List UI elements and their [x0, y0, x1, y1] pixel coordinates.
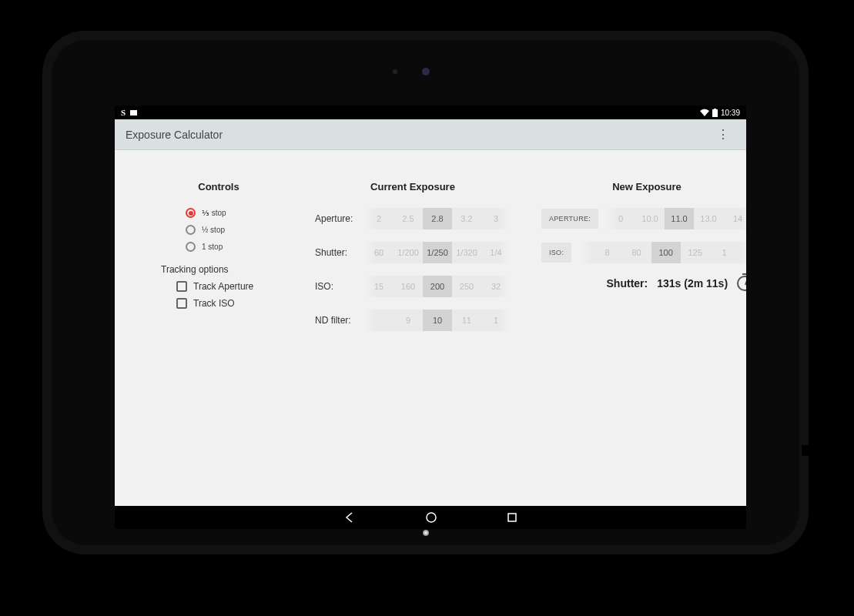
dial-tick: 1/320	[452, 248, 481, 257]
checkbox-track-aperture[interactable]: Track Aperture	[176, 281, 284, 292]
app-bar: Exposure Calculator ⋮	[115, 119, 746, 150]
screen: S 10:39 Exposure Calculator ⋮ Control	[115, 105, 746, 506]
radio-half-stop[interactable]: ½ stop	[186, 225, 284, 235]
dial-tick: 100	[651, 242, 681, 263]
aperture-row: Aperture: 22.52.83.23	[315, 208, 511, 229]
radio-label: 1 stop	[202, 243, 223, 251]
new-iso-row: ISO: 8801001251	[541, 242, 746, 263]
stop-radio-group: ⅓ stop ½ stop 1 stop	[186, 208, 284, 252]
dial-tick: 15	[364, 282, 394, 291]
dial-tick: 9	[394, 316, 423, 325]
svg-rect-3	[508, 514, 516, 521]
dial-tick: 1/200	[394, 248, 423, 257]
radio-icon	[186, 242, 196, 252]
nav-bar	[115, 506, 746, 529]
current-title: Current Exposure	[315, 181, 511, 192]
status-cast-icon	[130, 110, 137, 116]
checkbox-icon	[176, 281, 187, 292]
result-value: 131s (2m 11s)	[657, 277, 728, 290]
radio-full-stop[interactable]: 1 stop	[186, 242, 284, 252]
result-label: Shutter:	[607, 277, 648, 290]
new-iso-dial[interactable]: 8801001251	[579, 242, 746, 263]
app-title: Exposure Calculator	[126, 129, 223, 141]
iso-chip[interactable]: ISO:	[541, 243, 571, 263]
radio-label: ⅓ stop	[202, 209, 226, 217]
dial-tick: 2	[364, 214, 394, 223]
dial-tick: 1/250	[423, 242, 452, 263]
dial-tick: 2.5	[394, 214, 423, 223]
iso-label: ISO:	[315, 281, 364, 292]
checkbox-label: Track ISO	[193, 298, 235, 309]
radio-third-stop[interactable]: ⅓ stop	[186, 208, 284, 218]
dial-tick: 13.0	[694, 214, 723, 223]
radio-label: ½ stop	[202, 226, 225, 234]
tablet-frame: S 10:39 Exposure Calculator ⋮ Control	[42, 31, 809, 554]
svg-rect-1	[714, 109, 716, 110]
dial-tick: 200	[423, 276, 452, 297]
dial-tick: 2.8	[423, 208, 452, 229]
dial-tick: 1	[481, 316, 511, 325]
dial-tick: 10	[423, 310, 452, 331]
front-camera	[422, 68, 430, 75]
new-title: New Exposure	[541, 181, 746, 192]
new-aperture-row: APERTURE: 010.011.013.014	[541, 208, 746, 229]
nd-row: ND filter: 910111	[315, 310, 511, 331]
status-bar: S 10:39	[115, 105, 746, 119]
checkbox-icon	[176, 298, 187, 309]
new-exposure-panel: New Exposure APERTURE: 010.011.013.014 I…	[526, 181, 746, 506]
iso-dial[interactable]: 1516020025032	[364, 276, 511, 297]
current-exposure-panel: Current Exposure Aperture: 22.52.83.23 S…	[300, 181, 526, 506]
controls-title: Controls	[153, 181, 284, 192]
aperture-dial[interactable]: 22.52.83.23	[364, 208, 511, 229]
shutter-label: Shutter:	[315, 247, 364, 258]
radio-icon	[186, 225, 196, 235]
aperture-chip[interactable]: APERTURE:	[541, 209, 598, 229]
dial-tick: 10.0	[635, 214, 665, 223]
dial-tick: 14	[723, 214, 746, 223]
dial-tick: 80	[622, 248, 651, 257]
radio-icon	[186, 208, 196, 218]
new-aperture-dial[interactable]: 010.011.013.014	[606, 208, 746, 229]
svg-rect-0	[712, 109, 718, 117]
nav-recent-icon[interactable]	[507, 512, 517, 523]
nav-back-icon[interactable]	[343, 511, 356, 524]
status-app-icon: S	[121, 108, 126, 117]
checkbox-track-iso[interactable]: Track ISO	[176, 298, 284, 309]
overflow-menu-icon[interactable]: ⋮	[711, 124, 735, 145]
dial-tick: 0	[606, 214, 635, 223]
dial-tick: 125	[681, 248, 710, 257]
aperture-label: Aperture:	[315, 213, 364, 224]
dial-tick: 11.0	[665, 208, 694, 229]
checkbox-label: Track Aperture	[193, 281, 253, 292]
dial-tick: 3	[481, 214, 511, 223]
iso-row: ISO: 1516020025032	[315, 276, 511, 297]
result-row: Shutter: 131s (2m 11s)	[541, 276, 746, 291]
nav-home-icon[interactable]	[425, 511, 437, 524]
dial-tick: 250	[452, 282, 481, 291]
dial-tick: 160	[394, 282, 423, 291]
indicator-led	[423, 530, 429, 536]
dial-tick: 11	[452, 316, 481, 325]
shutter-row: Shutter: 601/2001/2501/3201/4	[315, 242, 511, 263]
status-time: 10:39	[721, 109, 740, 117]
shutter-dial[interactable]: 601/2001/2501/3201/4	[364, 242, 511, 263]
content-area: Controls ⅓ stop ½ stop 1 stop Tra	[115, 150, 746, 506]
svg-point-2	[427, 513, 436, 522]
nd-label: ND filter:	[315, 315, 364, 326]
dial-tick: 32	[481, 282, 511, 291]
dial-tick: 8	[593, 248, 622, 257]
dial-tick: 1	[710, 248, 739, 257]
dial-tick: 3.2	[452, 214, 481, 223]
battery-icon	[712, 109, 718, 117]
wifi-icon	[700, 109, 709, 116]
nd-dial[interactable]: 910111	[364, 310, 511, 331]
dial-tick: 60	[364, 248, 394, 257]
tablet-side-button	[802, 445, 825, 456]
tracking-title: Tracking options	[161, 264, 284, 275]
dial-tick: 1/4	[481, 248, 511, 257]
timer-icon[interactable]	[737, 276, 746, 291]
controls-panel: Controls ⅓ stop ½ stop 1 stop Tra	[138, 181, 300, 506]
